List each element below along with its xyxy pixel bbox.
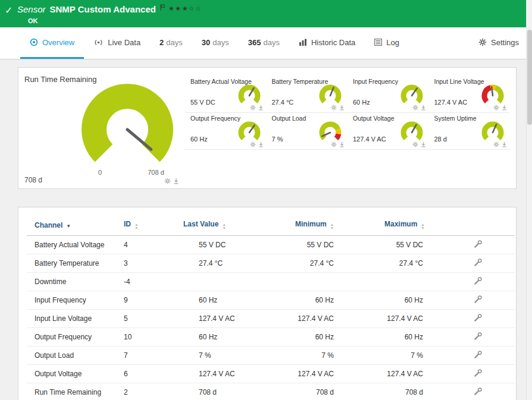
- gauge-pin-icon[interactable]: [258, 105, 264, 111]
- tab-label: Settings: [491, 38, 519, 47]
- channel-minimum: 60 Hz: [295, 328, 384, 347]
- vertical-scrollbar[interactable]: [526, 0, 532, 400]
- channel-last-value: 7 %: [183, 347, 295, 365]
- column-label: ID: [124, 220, 131, 228]
- column-header-channel[interactable]: Channel▼: [27, 217, 124, 236]
- gauge-value: 28 d: [434, 136, 447, 143]
- channel-last-value: 708 d: [183, 383, 295, 400]
- channel-settings-icon[interactable]: [474, 276, 483, 285]
- channel-settings-icon[interactable]: [474, 258, 483, 267]
- channel-name[interactable]: Input Line Voltage: [27, 310, 124, 328]
- tab-30-days[interactable]: 30days: [192, 27, 239, 59]
- gauge-settings-icon[interactable]: [250, 105, 256, 111]
- object-type-label: Sensor: [17, 4, 46, 14]
- tab-number: 365: [248, 38, 261, 47]
- column-header-maximum[interactable]: Maximum▲▼: [384, 217, 474, 236]
- tab-365-days[interactable]: 365days: [239, 27, 289, 59]
- channel-id: 10: [124, 328, 183, 347]
- channel-name[interactable]: Run Time Remaining: [27, 383, 124, 400]
- channel-name[interactable]: Output Frequency: [27, 328, 124, 347]
- gauge-input-line-voltage: Input Line Voltage 127.4 V AC: [429, 76, 511, 113]
- column-header-last-value[interactable]: Last Value▲▼: [183, 217, 295, 236]
- gauge-settings-icon[interactable]: [331, 141, 337, 147]
- channel-id: 2: [124, 383, 183, 400]
- gauge-settings-icon[interactable]: [412, 105, 418, 111]
- channel-last-value: 55 V DC: [183, 236, 295, 254]
- gauge-settings-icon[interactable]: [493, 141, 499, 147]
- tab-label: days: [166, 38, 182, 47]
- gauge-value: 60 Hz: [353, 99, 370, 106]
- gauge-settings-icon[interactable]: [164, 178, 171, 184]
- channel-maximum: 60 Hz: [384, 291, 474, 310]
- gear-icon: [250, 141, 256, 147]
- gauge-pin-icon[interactable]: [502, 105, 507, 111]
- channel-settings-icon[interactable]: [474, 368, 483, 377]
- gauge-value: 60 Hz: [190, 136, 208, 143]
- gauge-max-label: 708 d: [148, 169, 164, 176]
- channel-settings-icon[interactable]: [474, 313, 483, 322]
- channel-last-value: 127.4 V AC: [183, 365, 295, 383]
- gauge-value: 708 d: [24, 176, 42, 184]
- gauge-output-voltage: Output Voltage 127.4 V AC: [348, 113, 429, 150]
- tab-historic-data[interactable]: Historic Data: [289, 27, 365, 59]
- gauge-min-label: 0: [98, 169, 102, 176]
- channel-id: -4: [124, 273, 183, 291]
- column-header-id[interactable]: ID▲▼: [124, 217, 183, 236]
- channel-name[interactable]: Output Load: [27, 347, 124, 365]
- flag-icon[interactable]: [160, 4, 165, 11]
- wrench-icon: [474, 368, 483, 377]
- gauge-pin-icon[interactable]: [502, 141, 507, 147]
- tab-live-data[interactable]: Live Data: [84, 27, 150, 59]
- channel-settings-icon[interactable]: [474, 350, 483, 359]
- channel-settings-icon[interactable]: [474, 332, 483, 341]
- gauge-settings-icon[interactable]: [250, 141, 256, 147]
- gauge-settings-icon[interactable]: [331, 105, 337, 111]
- tab-log[interactable]: Log: [365, 27, 409, 59]
- column-header-minimum[interactable]: Minimum▲▼: [295, 217, 384, 236]
- channel-minimum: 60 Hz: [295, 291, 384, 310]
- channel-name[interactable]: Downtime: [27, 273, 124, 291]
- gauge-pin-icon[interactable]: [173, 178, 179, 184]
- gauge-system-uptime: System Uptime 28 d: [429, 113, 511, 150]
- gauge-pin-icon[interactable]: [258, 141, 264, 147]
- channel-name[interactable]: Battery Actual Voltage: [27, 236, 124, 254]
- gear-icon: [478, 38, 487, 46]
- gauge-dial: 0708 d: [65, 77, 190, 181]
- channel-name[interactable]: Input Frequency: [27, 291, 124, 310]
- tab-settings[interactable]: Settings: [469, 27, 528, 59]
- gauge-pin-icon[interactable]: [339, 141, 345, 147]
- tab-label: days: [263, 38, 279, 47]
- gauge-output-load: Output Load 7 %: [267, 113, 348, 150]
- gauge-pin-icon[interactable]: [339, 105, 345, 111]
- tab-2-days[interactable]: 2days: [150, 27, 192, 59]
- channel-maximum: 55 V DC: [384, 236, 474, 254]
- gauge-battery-temperature: Battery Temperature 27.4 °C: [267, 76, 348, 113]
- column-label: Channel: [35, 221, 62, 229]
- gauge-value: 27.4 °C: [272, 99, 294, 106]
- channel-maximum: [384, 273, 474, 291]
- wrench-icon: [474, 332, 483, 341]
- priority-stars[interactable]: ★★★☆☆: [168, 5, 202, 12]
- gauge-settings-icon[interactable]: [493, 105, 499, 111]
- channel-settings-icon[interactable]: [474, 295, 483, 304]
- historic-data-icon: [299, 39, 307, 46]
- channel-maximum: 127.4 V AC: [384, 310, 474, 328]
- gauge-settings-icon[interactable]: [412, 141, 418, 147]
- tab-number: 2: [159, 38, 164, 47]
- wrench-icon: [474, 240, 483, 248]
- tab-overview[interactable]: Overview: [20, 27, 84, 59]
- sort-icons: ▲▼: [222, 223, 226, 230]
- channel-settings-icon[interactable]: [474, 240, 483, 248]
- page-title: SNMP Custom Advanced: [50, 4, 156, 14]
- scrollbar-thumb[interactable]: [527, 30, 532, 125]
- gauge-pin-icon[interactable]: [421, 141, 426, 147]
- channel-name[interactable]: Battery Temperature: [27, 254, 124, 273]
- channel-settings-icon[interactable]: [474, 387, 483, 396]
- table-row-output-voltage: Output Voltage 6 127.4 V AC 127.4 V AC 1…: [27, 365, 515, 383]
- gauge-output-frequency: Output Frequency 60 Hz: [185, 113, 267, 150]
- column-label: Last Value: [183, 220, 218, 228]
- tab-bar: OverviewLive Data2days30days365daysHisto…: [0, 27, 532, 59]
- sort-desc-icon: ▼: [66, 223, 71, 229]
- channel-name[interactable]: Output Voltage: [27, 365, 124, 383]
- gauge-pin-icon[interactable]: [421, 105, 426, 111]
